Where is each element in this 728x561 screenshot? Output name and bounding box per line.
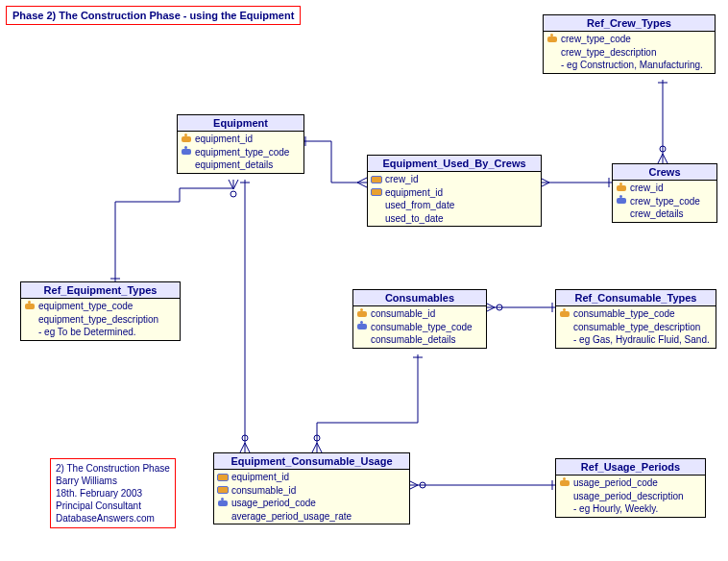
column: equipment_id [195,133,253,146]
fk-icon [181,147,195,157]
svg-point-20 [242,435,248,441]
column: consumable_type_code [573,307,675,321]
column: usage_period_description [573,490,684,503]
entity-crews: Crews crew_id crew_type_code crew_detail… [612,163,717,223]
column: usage_period_code [231,497,316,510]
svg-line-10 [663,154,667,163]
column: crew_details [630,207,684,221]
entity-title: Equipment_Used_By_Crews [368,156,541,172]
info-line: DatabaseAnswers.com [56,512,170,524]
fk-icon [616,196,630,206]
info-box: 2) The Construction Phase Barry Williams… [50,458,176,528]
column: consumable_type_description [573,321,700,334]
svg-line-9 [658,154,663,163]
entity-title: Ref_Usage_Periods [556,459,705,476]
entity-ref-equipment-types: Ref_Equipment_Types equipment_type_code … [20,281,181,341]
svg-point-25 [497,305,502,310]
svg-line-18 [240,443,245,452]
column: consumable_id [231,484,296,498]
pk-icon [559,309,573,319]
fk-icon [356,322,371,331]
column: consumable_id [371,307,435,321]
column: used_from_date [385,199,454,212]
svg-line-28 [317,443,322,452]
pk-icon [559,478,573,488]
example-text: - eg To be Determined. [38,326,136,339]
entity-ref-usage-periods: Ref_Usage_Periods usage_period_code usag… [555,458,706,518]
column: crew_type_code [561,33,631,46]
entity-ref-consumable-types: Ref_Consumable_Types consumable_type_cod… [555,289,716,349]
info-line: 18th. February 2003 [56,487,170,500]
column: used_to_date [385,212,444,226]
column: average_period_usage_rate [231,510,352,524]
svg-line-19 [245,443,250,452]
example-text: - eg Hourly, Weekly. [573,502,658,516]
entity-title: Consumables [353,290,486,306]
column: equipment_details [195,159,273,172]
info-line: 2) The Construction Phase [56,462,170,475]
column: equipment_id [231,471,289,484]
entity-equipment-used-by-crews: Equipment_Used_By_Crews crew_id equipmen… [367,155,542,227]
entity-title: Equipment [178,115,303,132]
fk-icon [217,499,231,508]
pk-icon [24,302,38,311]
column: equipment_type_description [38,313,158,327]
pk-icon [181,134,195,144]
svg-point-15 [231,191,236,197]
pk-icon [616,183,630,193]
entity-title: Equipment_Consumable_Usage [214,453,409,470]
pf-icon [217,485,231,495]
column: equipment_id [385,186,443,200]
svg-line-2 [357,183,367,187]
column: equipment_type_code [38,300,133,313]
column: consumable_type_code [371,321,473,334]
column: crew_type_code [630,195,700,208]
column: crew_type_description [561,46,657,60]
entity-title: Ref_Equipment_Types [21,282,180,299]
example-text: - eg Gas, Hydraulic Fluid, Sand. [573,333,710,347]
entity-equipment-consumable-usage: Equipment_Consumable_Usage equipment_id … [213,452,410,524]
svg-point-34 [420,482,425,488]
column: consumable_details [371,333,455,347]
entity-title: Ref_Crew_Types [544,15,715,32]
svg-line-27 [312,443,317,452]
svg-line-13 [229,180,233,189]
entity-ref-crew-types: Ref_Crew_Types crew_type_code crew_type_… [543,14,716,74]
pf-icon [217,473,231,482]
pk-icon [356,309,371,319]
example-text: - eg Construction, Manufacturing. [561,59,703,72]
svg-point-11 [660,146,666,152]
entity-title: Ref_Consumable_Types [556,290,716,306]
diagram-title: Phase 2) The Construction Phase - using … [6,6,301,25]
entity-equipment: Equipment equipment_id equipment_type_co… [177,114,304,174]
svg-line-14 [233,180,238,189]
pk-icon [546,35,561,44]
entity-consumables: Consumables consumable_id consumable_typ… [352,289,487,349]
info-line: Principal Consultant [56,500,170,512]
column: crew_id [385,173,418,186]
entity-title: Crews [613,164,716,181]
pf-icon [371,175,385,184]
svg-point-29 [314,435,320,441]
column: crew_id [630,182,663,195]
svg-line-1 [357,178,367,183]
column: usage_period_code [573,476,658,490]
pf-icon [371,187,385,197]
column: equipment_type_code [195,146,289,159]
info-line: Barry Williams [56,475,170,487]
